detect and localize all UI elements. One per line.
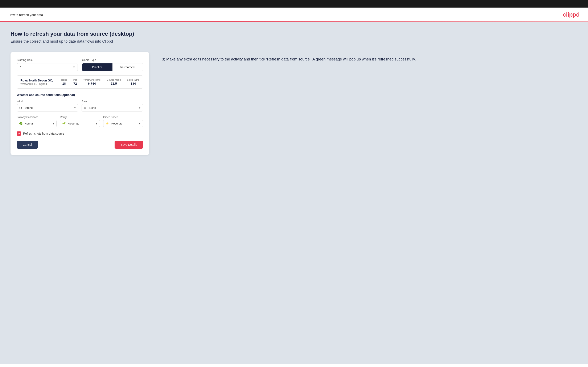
- form-card: Starting Hole 1 10 ▼ Game Type Practice …: [10, 52, 149, 155]
- wind-group: Wind 🌬 Strong Calm Light Moderate ▼: [17, 100, 78, 111]
- par-stat: Par 72: [73, 79, 77, 85]
- rough-label: Rough: [60, 116, 100, 119]
- starting-hole-select[interactable]: 1 10: [17, 63, 78, 71]
- holes-label: Holes: [61, 79, 67, 81]
- top-form-row: Starting Hole 1 10 ▼ Game Type Practice …: [17, 58, 143, 71]
- holes-stat: Holes 18: [61, 79, 67, 85]
- yards-stat: Yards/White (M)) 6,744: [83, 79, 101, 85]
- green-speed-label: Green Speed: [103, 116, 143, 119]
- green-speed-group: Green Speed ⚡ Moderate Slow Fast ▼: [103, 116, 143, 127]
- course-rating-stat: Course rating 72.5: [107, 79, 121, 85]
- main-content: How to refresh your data from source (de…: [0, 22, 588, 364]
- rain-label: Rain: [82, 100, 143, 103]
- page-heading: How to refresh your data from source (de…: [10, 31, 578, 37]
- cancel-button[interactable]: Cancel: [17, 141, 38, 149]
- yards-value: 6,744: [88, 82, 96, 85]
- rough-group: Rough 🌱 Moderate Light Heavy ▼: [60, 116, 100, 127]
- refresh-checkbox-row: Refresh shots from data source: [17, 131, 143, 136]
- course-info-row: Royal North Devon GC, Westward Ho!, Engl…: [17, 75, 143, 89]
- par-value: 72: [73, 82, 77, 85]
- save-button[interactable]: Save Details: [115, 141, 143, 149]
- wind-select-wrapper: 🌬 Strong Calm Light Moderate ▼: [17, 104, 78, 111]
- tournament-button[interactable]: Tournament: [112, 63, 143, 71]
- slope-rating-value: 134: [130, 82, 136, 85]
- green-speed-select-wrapper: ⚡ Moderate Slow Fast ▼: [103, 120, 143, 127]
- par-label: Par: [73, 79, 77, 81]
- page-subheading: Ensure the correct and most up to date d…: [10, 39, 578, 44]
- yards-label: Yards/White (M)): [83, 79, 101, 81]
- wind-select[interactable]: Strong Calm Light Moderate: [17, 104, 78, 111]
- rough-select-wrapper: 🌱 Moderate Light Heavy ▼: [60, 120, 100, 127]
- footer: Copyright Clippd 2022: [0, 364, 588, 367]
- course-location: Westward Ho!, England: [20, 83, 57, 85]
- wind-rain-row: Wind 🌬 Strong Calm Light Moderate ▼ Rain: [17, 100, 143, 111]
- top-bar: [0, 0, 588, 8]
- rain-select[interactable]: None Light Heavy: [82, 104, 143, 111]
- game-type-toggle: Practice Tournament: [82, 63, 143, 71]
- rain-group: Rain ☀ None Light Heavy ▼: [82, 100, 143, 111]
- refresh-checkbox[interactable]: [17, 131, 21, 136]
- logo: clippd: [563, 11, 579, 18]
- course-rating-label: Course rating: [107, 79, 121, 81]
- conditions-row: Fairway Conditions 🌿 Normal Soft Hard ▼ …: [17, 116, 143, 127]
- rough-select[interactable]: Moderate Light Heavy: [60, 120, 100, 127]
- header: How to refresh your data clippd: [0, 8, 588, 22]
- game-type-group: Game Type Practice Tournament: [82, 58, 143, 71]
- side-description: 3) Make any extra edits necessary to the…: [162, 52, 578, 62]
- practice-button[interactable]: Practice: [82, 63, 112, 71]
- form-actions: Cancel Save Details: [17, 141, 143, 149]
- wind-label: Wind: [17, 100, 78, 103]
- course-stats: Holes 18 Par 72 Yards/White (M)) 6,744 C…: [61, 79, 139, 85]
- course-rating-value: 72.5: [111, 82, 117, 85]
- content-layout: Starting Hole 1 10 ▼ Game Type Practice …: [10, 52, 578, 155]
- starting-hole-select-wrapper: 1 10 ▼: [17, 63, 78, 71]
- weather-section-title: Weather and course conditions (optional): [17, 93, 143, 97]
- course-name-block: Royal North Devon GC, Westward Ho!, Engl…: [20, 79, 57, 85]
- header-title: How to refresh your data: [9, 13, 43, 17]
- fairway-group: Fairway Conditions 🌿 Normal Soft Hard ▼: [17, 116, 57, 127]
- course-name: Royal North Devon GC,: [20, 79, 57, 82]
- starting-hole-label: Starting Hole: [17, 58, 78, 61]
- rain-select-wrapper: ☀ None Light Heavy ▼: [82, 104, 143, 111]
- green-speed-select[interactable]: Moderate Slow Fast: [103, 120, 143, 127]
- fairway-label: Fairway Conditions: [17, 116, 57, 119]
- slope-rating-label: Slope rating: [127, 79, 139, 81]
- holes-value: 18: [62, 82, 66, 85]
- starting-hole-group: Starting Hole 1 10 ▼: [17, 58, 78, 71]
- game-type-label: Game Type: [82, 58, 143, 61]
- fairway-select[interactable]: Normal Soft Hard: [17, 120, 57, 127]
- slope-rating-stat: Slope rating 134: [127, 79, 139, 85]
- refresh-checkbox-label: Refresh shots from data source: [23, 132, 64, 135]
- fairway-select-wrapper: 🌿 Normal Soft Hard ▼: [17, 120, 57, 127]
- header-divider: [0, 21, 588, 22]
- side-description-text: 3) Make any extra edits necessary to the…: [162, 56, 578, 62]
